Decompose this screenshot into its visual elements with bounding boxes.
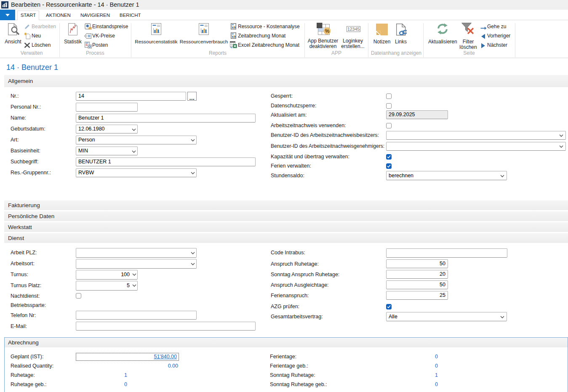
svg-text:%: %: [325, 28, 330, 34]
